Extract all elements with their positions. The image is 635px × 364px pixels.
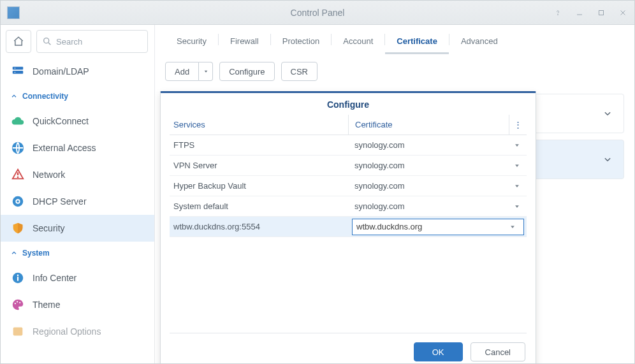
sidebar-item-theme[interactable]: Theme xyxy=(1,291,154,318)
svg-point-9 xyxy=(15,68,15,68)
column-services[interactable]: Services xyxy=(170,115,348,135)
content-area: Security Firewall Protection Account Cer… xyxy=(155,25,634,363)
table-header: Services Certificate ⋮ xyxy=(170,115,527,135)
window-title: Control Panel xyxy=(1,8,634,18)
certificate-cell[interactable]: synology.com xyxy=(348,140,527,150)
add-button[interactable]: Add xyxy=(165,62,199,81)
table-row[interactable]: FTPSsynology.com xyxy=(170,135,527,156)
section-label: System xyxy=(22,249,50,258)
sidebar-item-security[interactable]: Security xyxy=(1,215,154,242)
add-button-split: Add xyxy=(165,62,213,81)
maximize-button[interactable] xyxy=(594,5,609,20)
sidebar-item-label: Theme xyxy=(33,300,61,310)
svg-point-20 xyxy=(17,275,19,277)
svg-marker-28 xyxy=(515,185,519,187)
table-row[interactable]: VPN Serversynology.com xyxy=(170,156,527,176)
svg-marker-25 xyxy=(204,71,207,73)
svg-rect-19 xyxy=(17,277,18,280)
svg-rect-24 xyxy=(13,328,23,336)
search-input[interactable] xyxy=(56,37,142,47)
service-cell: wtbw.duckdns.org:5554 xyxy=(170,222,348,231)
sidebar-item-external-access[interactable]: External Access xyxy=(1,135,154,161)
certificate-cell[interactable]: synology.com xyxy=(348,201,527,211)
dropdown-caret-icon[interactable] xyxy=(511,163,523,169)
svg-rect-13 xyxy=(17,172,18,175)
certificate-cell[interactable]: synology.com xyxy=(348,161,527,170)
sidebar-item-domain-ldap[interactable]: Domain/LDAP xyxy=(1,58,154,85)
certificate-value: synology.com xyxy=(354,201,511,211)
certificate-cell[interactable]: synology.com xyxy=(348,181,527,191)
dropdown-caret-icon[interactable] xyxy=(511,183,523,189)
certificate-value: synology.com xyxy=(354,161,511,170)
certificate-value: wtbw.duckdns.org xyxy=(356,222,507,231)
palette-icon xyxy=(11,298,25,312)
svg-marker-29 xyxy=(515,205,519,208)
sidebar-item-regional-options[interactable]: Regional Options xyxy=(1,318,154,345)
svg-rect-2 xyxy=(599,11,604,15)
regional-icon xyxy=(11,324,25,339)
toolbar: Add Configure CSR xyxy=(155,54,634,87)
tab-firewall[interactable]: Firewall xyxy=(219,29,270,54)
help-button[interactable] xyxy=(550,5,566,20)
titlebar: Control Panel xyxy=(1,1,634,25)
dropdown-caret-icon[interactable] xyxy=(511,203,523,210)
tabs: Security Firewall Protection Account Cer… xyxy=(155,25,634,54)
svg-marker-27 xyxy=(515,164,519,167)
sidebar-item-network[interactable]: Network xyxy=(1,161,154,188)
table-row[interactable]: System defaultsynology.com xyxy=(170,196,527,217)
configure-dialog: Configure Services Certificate ⋮ FTPSsyn… xyxy=(160,91,536,364)
dialog-title: Configure xyxy=(161,93,536,115)
certificate-combobox[interactable]: wtbw.duckdns.org xyxy=(352,219,524,235)
sidebar-item-info-center[interactable]: Info Center xyxy=(1,265,154,291)
add-dropdown-caret[interactable] xyxy=(199,62,213,81)
certificate-value: synology.com xyxy=(354,181,511,191)
minimize-button[interactable] xyxy=(572,5,587,20)
cloud-icon xyxy=(11,114,25,128)
svg-point-23 xyxy=(19,302,20,303)
svg-rect-14 xyxy=(17,177,18,178)
close-button[interactable] xyxy=(615,5,631,20)
dropdown-caret-icon[interactable] xyxy=(511,142,523,149)
section-system[interactable]: System xyxy=(1,242,154,265)
sidebar-item-quickconnect[interactable]: QuickConnect xyxy=(1,108,154,135)
ok-button[interactable]: OK xyxy=(414,342,463,361)
search-field[interactable] xyxy=(36,30,148,53)
shield-icon xyxy=(11,221,25,235)
globe-icon xyxy=(11,141,25,155)
column-certificate[interactable]: Certificate xyxy=(348,115,509,135)
cancel-button[interactable]: Cancel xyxy=(471,342,525,361)
column-menu[interactable]: ⋮ xyxy=(509,115,527,135)
svg-point-21 xyxy=(15,303,16,304)
table-row[interactable]: wtbw.duckdns.org:5554wtbw.duckdns.org xyxy=(170,217,527,237)
home-button[interactable] xyxy=(6,30,31,53)
service-cell: FTPS xyxy=(170,140,348,150)
csr-button[interactable]: CSR xyxy=(281,62,318,81)
tab-advanced[interactable]: Advanced xyxy=(449,29,509,54)
sidebar-item-dhcp-server[interactable]: DHCP Server xyxy=(1,188,154,215)
section-connectivity[interactable]: Connectivity xyxy=(1,85,154,108)
chevron-down-icon xyxy=(603,109,612,118)
sidebar-item-label: QuickConnect xyxy=(33,116,89,126)
svg-line-6 xyxy=(48,43,50,45)
chevron-down-icon xyxy=(603,155,612,164)
tab-certificate[interactable]: Certificate xyxy=(385,29,449,54)
info-icon xyxy=(11,271,25,285)
tab-account[interactable]: Account xyxy=(332,29,384,54)
sidebar-item-label: Security xyxy=(33,223,65,233)
table-row[interactable]: Hyper Backup Vaultsynology.com xyxy=(170,176,527,196)
certificate-value: synology.com xyxy=(354,140,511,150)
configure-button[interactable]: Configure xyxy=(219,62,274,81)
svg-marker-30 xyxy=(511,226,515,228)
svg-point-22 xyxy=(17,301,18,302)
sidebar-item-label: Regional Options xyxy=(33,326,101,337)
sidebar-item-label: DHCP Server xyxy=(33,196,87,207)
tab-protection[interactable]: Protection xyxy=(271,29,332,54)
tab-security[interactable]: Security xyxy=(165,29,218,54)
dropdown-caret-icon[interactable] xyxy=(507,224,518,230)
sidebar-item-label: Network xyxy=(33,170,65,180)
svg-point-5 xyxy=(44,38,49,43)
dhcp-icon xyxy=(11,194,25,208)
chevron-up-icon xyxy=(11,93,17,99)
service-cell: System default xyxy=(170,201,348,211)
search-icon xyxy=(42,36,52,47)
